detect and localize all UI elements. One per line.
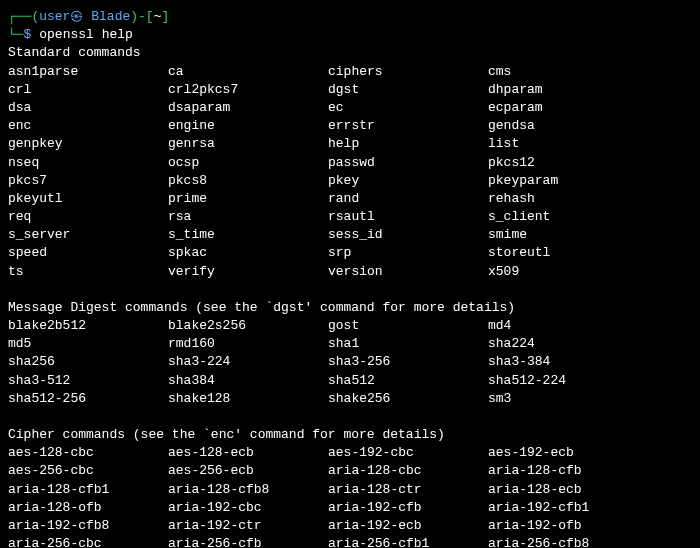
command-cell: sha384 (168, 372, 328, 390)
command-cell: s_server (8, 226, 168, 244)
command-cell: sha512 (328, 372, 488, 390)
command-cell: asn1parse (8, 63, 168, 81)
command-cell: aria-128-cbc (328, 462, 488, 480)
command-cell: rsa (168, 208, 328, 226)
command-row: sha512-256shake128shake256sm3 (8, 390, 692, 408)
blank-line (8, 408, 692, 426)
command-row: asn1parsecacipherscms (8, 63, 692, 81)
command-cell: aes-192-cbc (328, 444, 488, 462)
command-cell: prime (168, 190, 328, 208)
command-row: aria-128-cfb1aria-128-cfb8aria-128-ctrar… (8, 481, 692, 499)
command-cell: aria-192-ctr (168, 517, 328, 535)
command-row: genpkeygenrsahelplist (8, 135, 692, 153)
command-row: pkcs7pkcs8pkeypkeyparam (8, 172, 692, 190)
command-cell: shake256 (328, 390, 488, 408)
command-cell: sha1 (328, 335, 488, 353)
command-cell: aria-192-ecb (328, 517, 488, 535)
command-cell: aria-128-ctr (328, 481, 488, 499)
command-cell: aria-256-cfb8 (488, 535, 589, 548)
digest-header: Message Digest commands (see the `dgst' … (8, 299, 692, 317)
blank-line (8, 281, 692, 299)
command-cell: ocsp (168, 154, 328, 172)
command-cell: crl (8, 81, 168, 99)
command-cell: sha3-224 (168, 353, 328, 371)
command-cell: sha3-384 (488, 353, 550, 371)
command-cell: sha256 (8, 353, 168, 371)
command-cell: s_client (488, 208, 550, 226)
command-cell: help (328, 135, 488, 153)
command-cell: sha3-256 (328, 353, 488, 371)
command-cell: rmd160 (168, 335, 328, 353)
command-cell: pkeyutl (8, 190, 168, 208)
command-cell: cms (488, 63, 511, 81)
command-cell: speed (8, 244, 168, 262)
command-cell: passwd (328, 154, 488, 172)
prompt-user: user (39, 9, 70, 24)
command-cell: sha3-512 (8, 372, 168, 390)
command-cell: sm3 (488, 390, 511, 408)
command-cell: storeutl (488, 244, 550, 262)
command-row: aes-128-cbcaes-128-ecbaes-192-cbcaes-192… (8, 444, 692, 462)
command-cell: dsaparam (168, 99, 328, 117)
command-row: crlcrl2pkcs7dgstdhparam (8, 81, 692, 99)
command-cell: ts (8, 263, 168, 281)
cipher-header: Cipher commands (see the `enc' command f… (8, 426, 692, 444)
command-cell: ec (328, 99, 488, 117)
command-cell: aes-256-cbc (8, 462, 168, 480)
command-row: encengineerrstrgendsa (8, 117, 692, 135)
command-row: speedspkacsrpstoreutl (8, 244, 692, 262)
prompt-command[interactable]: openssl help (39, 27, 133, 42)
command-cell: sha512-224 (488, 372, 566, 390)
command-cell: list (488, 135, 519, 153)
prompt-host: Blade (91, 9, 130, 24)
command-cell: version (328, 263, 488, 281)
command-cell: smime (488, 226, 527, 244)
cipher-commands: aes-128-cbcaes-128-ecbaes-192-cbcaes-192… (8, 444, 692, 548)
command-cell: pkcs7 (8, 172, 168, 190)
command-row: aes-256-cbcaes-256-ecbaria-128-cbcaria-1… (8, 462, 692, 480)
command-cell: aria-128-ofb (8, 499, 168, 517)
command-cell: aes-128-cbc (8, 444, 168, 462)
command-cell: pkcs8 (168, 172, 328, 190)
command-cell: pkcs12 (488, 154, 535, 172)
command-cell: engine (168, 117, 328, 135)
command-cell: srp (328, 244, 488, 262)
command-cell: rehash (488, 190, 535, 208)
command-cell: x509 (488, 263, 519, 281)
command-cell: aria-128-ecb (488, 481, 582, 499)
command-cell: gost (328, 317, 488, 335)
command-row: sha3-512sha384sha512sha512-224 (8, 372, 692, 390)
command-cell: aria-128-cfb1 (8, 481, 168, 499)
command-cell: aria-256-cfb1 (328, 535, 488, 548)
command-cell: sha512-256 (8, 390, 168, 408)
command-cell: md4 (488, 317, 511, 335)
command-cell: aria-256-cbc (8, 535, 168, 548)
command-row: blake2b512blake2s256gostmd4 (8, 317, 692, 335)
command-cell: shake128 (168, 390, 328, 408)
command-cell: dgst (328, 81, 488, 99)
command-row: sha256sha3-224sha3-256sha3-384 (8, 353, 692, 371)
command-cell: crl2pkcs7 (168, 81, 328, 99)
command-row: md5rmd160sha1sha224 (8, 335, 692, 353)
command-cell: sha224 (488, 335, 535, 353)
command-cell: blake2s256 (168, 317, 328, 335)
command-cell: genrsa (168, 135, 328, 153)
command-row: tsverifyversionx509 (8, 263, 692, 281)
command-cell: verify (168, 263, 328, 281)
command-cell: s_time (168, 226, 328, 244)
command-row: aria-256-cbcaria-256-cfbaria-256-cfb1ari… (8, 535, 692, 548)
command-cell: blake2b512 (8, 317, 168, 335)
command-cell: aes-256-ecb (168, 462, 328, 480)
command-cell: aria-128-cfb (488, 462, 582, 480)
command-cell: dhparam (488, 81, 543, 99)
command-cell: gendsa (488, 117, 535, 135)
command-cell: dsa (8, 99, 168, 117)
command-cell: genpkey (8, 135, 168, 153)
command-cell: req (8, 208, 168, 226)
command-cell: pkeyparam (488, 172, 558, 190)
digest-commands: blake2b512blake2s256gostmd4md5rmd160sha1… (8, 317, 692, 408)
command-cell: md5 (8, 335, 168, 353)
command-cell: sess_id (328, 226, 488, 244)
command-row: nseqocsppasswdpkcs12 (8, 154, 692, 172)
command-row: s_servers_timesess_idsmime (8, 226, 692, 244)
